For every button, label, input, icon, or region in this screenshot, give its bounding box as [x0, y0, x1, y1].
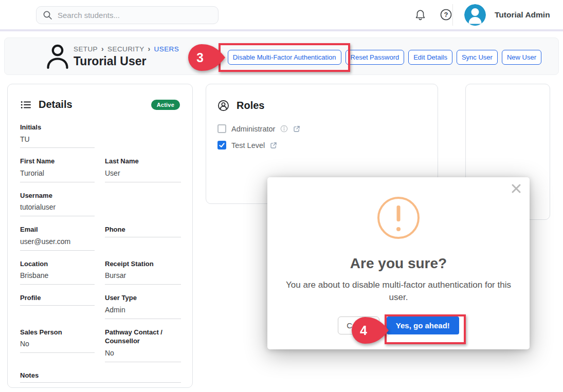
breadcrumb: SETUP › SECURITY › USERS: [74, 45, 179, 53]
details-card: Details Active Initials TU First Name Tu…: [7, 84, 193, 388]
edit-details-button[interactable]: Edit Details: [408, 50, 452, 65]
field-phone: Phone: [105, 225, 181, 250]
person-circle-icon: [217, 100, 229, 111]
annotation-highlight-disable-mfa: [219, 43, 350, 72]
page-title: Turorial User: [74, 54, 179, 68]
breadcrumb-setup[interactable]: SETUP: [74, 45, 98, 53]
info-icon[interactable]: [280, 125, 288, 133]
test-level-checkbox[interactable]: [217, 141, 226, 150]
avatar: [464, 4, 486, 26]
field-receipt-station: Receipt Station Bursar: [105, 259, 181, 285]
dialog-message: You are about to disable multi-factor au…: [282, 279, 515, 304]
close-icon[interactable]: [510, 182, 522, 195]
page: ? Tutorial Admin: [0, 0, 563, 392]
check-icon: [219, 142, 225, 148]
field-pathway-contact: Pathway Contact / Counsellor No: [105, 328, 181, 362]
roles-card-header: Roles: [217, 100, 426, 111]
reset-password-button[interactable]: Reset Password: [346, 50, 405, 65]
field-initials: Initials TU: [20, 123, 95, 148]
annotation-step-4-pointer: 4: [350, 316, 390, 345]
field-email: Email user@user.com: [20, 225, 95, 250]
dialog-title: Are you sure?: [267, 255, 530, 272]
breadcrumb-security[interactable]: SECURITY: [107, 45, 144, 53]
field-profile: Profile: [20, 293, 95, 319]
header-text-block: SETUP › SECURITY › USERS Turorial User: [74, 45, 179, 68]
list-icon: [20, 99, 31, 110]
field-user-type: User Type Admin: [105, 293, 181, 319]
chevron-right-icon: ›: [101, 45, 104, 53]
field-username: Username tutorialuser: [20, 191, 95, 216]
field-last-name: Last Name User: [105, 157, 181, 182]
details-card-header: Details Active: [20, 99, 180, 110]
details-fields: Initials TU First Name Turorial Last Nam…: [20, 123, 180, 391]
role-label: Test Level: [231, 141, 265, 150]
administrator-checkbox[interactable]: [217, 124, 226, 133]
user-name: Tutorial Admin: [495, 10, 550, 20]
notifications-button[interactable]: [413, 8, 427, 22]
search-input[interactable]: [58, 11, 212, 20]
new-user-button[interactable]: New User: [502, 50, 541, 65]
topbar-bottom-divider: [0, 29, 563, 31]
help-icon: ?: [440, 8, 452, 21]
warning-icon: [377, 197, 420, 239]
annotation-step-3-pointer: 3: [186, 43, 226, 72]
external-link-icon[interactable]: [293, 125, 300, 133]
bell-icon: [414, 9, 426, 21]
topbar-icons: ?: [413, 0, 452, 29]
field-sales-person: Sales Person No: [20, 328, 95, 362]
topbar: ? Tutorial Admin: [0, 0, 563, 29]
user-menu[interactable]: Tutorial Admin: [464, 4, 550, 26]
annotation-highlight-confirm: [385, 314, 466, 344]
field-first-name: First Name Turorial: [20, 157, 95, 182]
search-icon: [43, 10, 52, 20]
status-badge: Active: [151, 100, 180, 110]
external-link-icon[interactable]: [270, 142, 277, 149]
annotation-step-3-number: 3: [196, 50, 204, 65]
role-row-test-level: Test Level: [217, 141, 426, 150]
help-glyph: ?: [444, 11, 448, 18]
chevron-right-icon: ›: [148, 45, 151, 53]
avatar-person-icon: [464, 4, 486, 26]
sync-user-button[interactable]: Sync User: [457, 50, 498, 65]
search-box[interactable]: [36, 6, 219, 24]
topbar-divider: [452, 4, 453, 26]
breadcrumb-users[interactable]: USERS: [154, 45, 179, 53]
field-location: Location Brisbane: [20, 259, 95, 285]
details-title: Details: [39, 99, 72, 110]
role-label: Administrator: [231, 125, 275, 133]
annotation-step-4-number: 4: [360, 323, 367, 338]
user-page-icon: [45, 43, 70, 73]
role-row-administrator: Administrator: [217, 124, 426, 133]
roles-title: Roles: [237, 100, 264, 111]
field-notes: Notes: [20, 371, 181, 383]
help-button[interactable]: ?: [439, 8, 452, 22]
role-rows: Administrator: [217, 124, 426, 150]
